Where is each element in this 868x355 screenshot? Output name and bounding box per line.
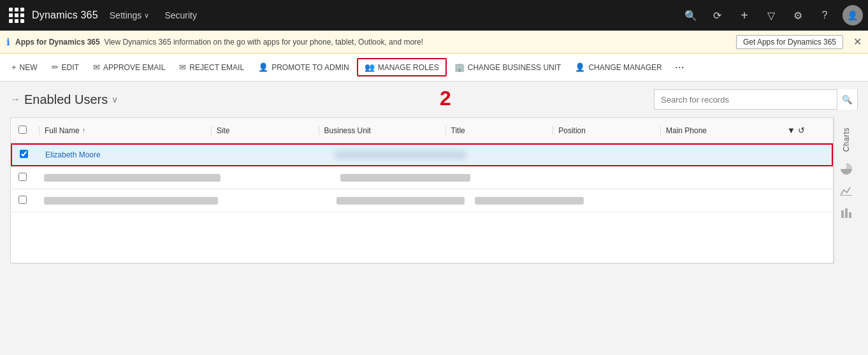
- new-button[interactable]: + NEW: [5, 59, 44, 75]
- svg-rect-0: [841, 195, 852, 196]
- row-3-bu: [336, 197, 465, 205]
- edit-button[interactable]: ✏ EDIT: [45, 59, 85, 75]
- manage-roles-button[interactable]: 👥 MANAGE ROLES: [357, 58, 447, 76]
- side-panel: Charts: [834, 117, 858, 264]
- change-bu-button[interactable]: 🏢 CHANGE BUSINESS UNIT: [448, 59, 568, 75]
- row-2-fullname[interactable]: [44, 174, 221, 182]
- row-2-checkbox[interactable]: [18, 173, 27, 181]
- col-site-label: Site: [217, 126, 230, 135]
- row-1-checkbox-cell: [20, 150, 40, 160]
- table-wrapper: Full Name ↑ Site Business Unit Title Pos…: [10, 117, 858, 264]
- filter-icon[interactable]: ▽: [760, 4, 783, 27]
- view-header: → Enabled Users ∨ 🔍: [10, 89, 858, 110]
- settings-label: Settings: [110, 10, 142, 20]
- svg-rect-1: [841, 210, 844, 218]
- filter-col-icon[interactable]: ▼: [787, 126, 795, 135]
- info-bar: ℹ Apps for Dynamics 365 View Dynamics 36…: [0, 31, 868, 54]
- help-icon[interactable]: ?: [813, 4, 836, 27]
- line-chart-icon[interactable]: [837, 181, 856, 200]
- info-message: View Dynamics 365 information on the go …: [104, 38, 423, 47]
- col-fullname[interactable]: Full Name ↑: [39, 126, 211, 135]
- promote-admin-button[interactable]: 👤 PROMOTE TO ADMIN: [252, 59, 356, 75]
- col-phone[interactable]: Main Phone: [660, 126, 787, 135]
- change-manager-label: CHANGE MANAGER: [588, 63, 662, 72]
- svg-rect-3: [849, 212, 851, 218]
- row-3-title: [475, 197, 583, 205]
- table-inner: Full Name ↑ Site Business Unit Title Pos…: [10, 117, 834, 264]
- change-bu-icon: 🏢: [454, 62, 465, 72]
- row-1-bu: [335, 150, 466, 159]
- col-title-label: Title: [451, 126, 465, 135]
- edit-label: EDIT: [62, 63, 79, 72]
- col-bu[interactable]: Business Unit: [319, 126, 445, 135]
- table-container: Full Name ↑ Site Business Unit Title Pos…: [10, 117, 834, 264]
- search-icon[interactable]: 🔍: [679, 4, 702, 27]
- row-1-checkbox[interactable]: [20, 150, 28, 158]
- row-3-checkbox[interactable]: [18, 196, 27, 204]
- reject-label: REJECT EMAIL: [189, 63, 244, 72]
- gear-icon[interactable]: ⚙: [786, 4, 809, 27]
- top-navigation: Dynamics 365 Settings ∨ Security 🔍 ⟳ + ▽…: [0, 0, 868, 31]
- row-1-fullname[interactable]: Elizabeth Moore: [40, 150, 219, 159]
- reject-icon: ✉: [179, 62, 186, 72]
- pie-chart-icon[interactable]: [837, 159, 856, 178]
- approve-label: APPROVE EMAIL: [103, 63, 165, 72]
- manage-roles-label: MANAGE ROLES: [378, 63, 439, 72]
- close-info-icon[interactable]: ✕: [853, 36, 862, 48]
- refresh-icon[interactable]: ↺: [798, 126, 805, 135]
- table-header: Full Name ↑ Site Business Unit Title Pos…: [11, 118, 833, 143]
- info-icon: ℹ: [6, 36, 10, 48]
- sort-asc-icon: ↑: [82, 127, 85, 134]
- search-input[interactable]: [655, 95, 837, 105]
- content-area: → Enabled Users ∨ 🔍 Full Name ↑: [0, 82, 868, 272]
- app-title: Dynamics 365: [32, 10, 98, 21]
- view-title-chevron[interactable]: ∨: [112, 94, 118, 105]
- view-title-text: Enabled Users: [24, 92, 108, 107]
- approve-email-button[interactable]: ✉ APPROVE EMAIL: [87, 59, 171, 75]
- row-3-fullname[interactable]: [44, 197, 218, 205]
- change-manager-icon: 👤: [575, 62, 585, 72]
- row-2-checkbox-cell: [18, 173, 39, 183]
- col-bu-label: Business Unit: [324, 126, 371, 135]
- row-2-bu: [340, 174, 470, 182]
- table-row[interactable]: [11, 166, 833, 189]
- search-button[interactable]: 🔍: [837, 89, 857, 110]
- get-apps-button[interactable]: Get Apps for Dynamics 365: [736, 35, 843, 49]
- col-phone-label: Main Phone: [666, 126, 707, 135]
- bar-chart-svg: [839, 205, 853, 219]
- table-row-empty: [11, 212, 833, 263]
- settings-menu[interactable]: Settings ∨: [110, 10, 150, 20]
- manage-roles-icon: 👥: [365, 62, 375, 72]
- line-chart-svg: [839, 184, 853, 198]
- approve-icon: ✉: [93, 62, 100, 72]
- history-icon[interactable]: ⟳: [706, 4, 729, 27]
- edit-icon: ✏: [52, 62, 59, 72]
- change-bu-label: CHANGE BUSINESS UNIT: [468, 63, 561, 72]
- grid-icon: [9, 8, 24, 23]
- more-button[interactable]: ···: [670, 57, 690, 77]
- pin-icon: →: [10, 94, 20, 105]
- nav-section-label: Security: [164, 10, 197, 20]
- col-position[interactable]: Position: [553, 126, 660, 135]
- select-all-checkbox[interactable]: [18, 126, 27, 134]
- bar-chart-icon[interactable]: [837, 203, 856, 222]
- more-label: ···: [675, 61, 684, 74]
- col-actions: ▼ ↺: [787, 126, 825, 135]
- reject-email-button[interactable]: ✉ REJECT EMAIL: [173, 59, 250, 75]
- app-name-bold: Apps for Dynamics 365: [15, 38, 100, 47]
- col-fullname-label: Full Name: [45, 126, 80, 135]
- select-all-checkbox-cell: [18, 126, 39, 136]
- avatar[interactable]: 👤: [843, 5, 863, 25]
- search-box: 🔍: [654, 89, 858, 110]
- add-icon[interactable]: +: [733, 4, 756, 27]
- app-grid-icon[interactable]: [5, 4, 28, 27]
- table-row[interactable]: [11, 189, 833, 212]
- table-row[interactable]: 1 Elizabeth Moore: [11, 143, 833, 166]
- view-title-group: → Enabled Users ∨: [10, 92, 118, 107]
- pie-chart-svg: [839, 162, 853, 176]
- col-site[interactable]: Site: [211, 126, 319, 135]
- col-title[interactable]: Title: [445, 126, 553, 135]
- toolbar: + NEW ✏ EDIT ✉ APPROVE EMAIL ✉ REJECT EM…: [0, 54, 868, 82]
- top-nav-icons: 🔍 ⟳ + ▽ ⚙ ? 👤: [679, 4, 863, 27]
- change-manager-button[interactable]: 👤 CHANGE MANAGER: [568, 59, 668, 75]
